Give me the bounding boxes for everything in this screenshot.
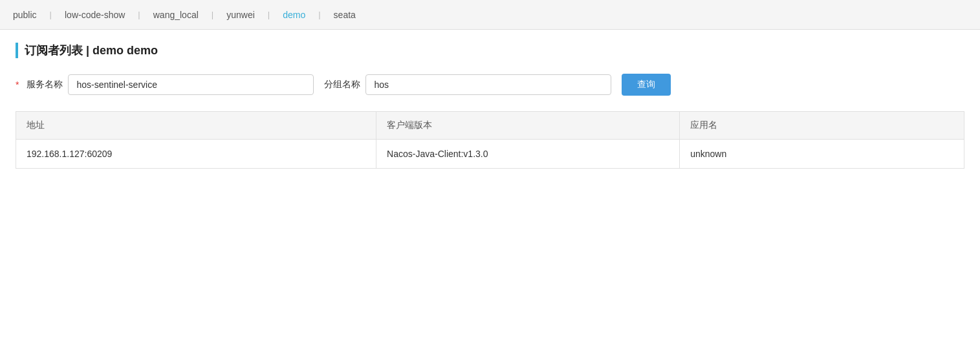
data-table: 地址 客户端版本 应用名 192.168.1.127:60209Nacos-Ja… [16,111,964,169]
table-header-row: 地址 客户端版本 应用名 [16,112,964,140]
service-label: 服务名称 [27,79,63,90]
nav-item-yunwei[interactable]: yunwei [215,0,267,29]
nav-separator: | [212,10,213,19]
col-header-address: 地址 [16,112,376,140]
nav-item-low-code-show[interactable]: low-code-show [53,0,136,29]
page-title: 订阅者列表 | demo demo [25,43,158,58]
group-label: 分组名称 [324,79,360,90]
nav-item-demo[interactable]: demo [271,0,317,29]
service-field: * 服务名称 [16,74,314,95]
cell-address: 192.168.1.127:60209 [16,140,376,169]
nav-item-wang_local[interactable]: wang_local [142,0,210,29]
table-body: 192.168.1.127:60209Nacos-Java-Client:v1.… [16,140,964,169]
nav-separator: | [50,10,52,19]
nav-separator: | [268,10,270,19]
nav-bar: public|low-code-show|wang_local|yunwei|d… [0,0,980,30]
page-content: 订阅者列表 | demo demo * 服务名称 分组名称 查询 地址 客户端版… [0,30,980,182]
nav-item-public[interactable]: public [13,0,49,29]
col-header-appname: 应用名 [680,112,964,140]
group-field: 分组名称 [324,74,611,95]
nav-separator: | [138,10,140,19]
service-input[interactable] [68,74,314,95]
group-input[interactable] [365,74,611,95]
required-star: * [16,80,19,90]
cell-app_name: unknown [680,140,964,169]
query-button[interactable]: 查询 [622,74,671,96]
table-row: 192.168.1.127:60209Nacos-Java-Client:v1.… [16,140,964,169]
page-title-bar: 订阅者列表 | demo demo [16,43,964,58]
nav-separator: | [318,10,320,19]
table-header: 地址 客户端版本 应用名 [16,112,964,140]
search-form: * 服务名称 分组名称 查询 [16,74,964,96]
cell-client_version: Nacos-Java-Client:v1.3.0 [376,140,680,169]
nav-item-seata[interactable]: seata [322,0,367,29]
col-header-version: 客户端版本 [376,112,680,140]
